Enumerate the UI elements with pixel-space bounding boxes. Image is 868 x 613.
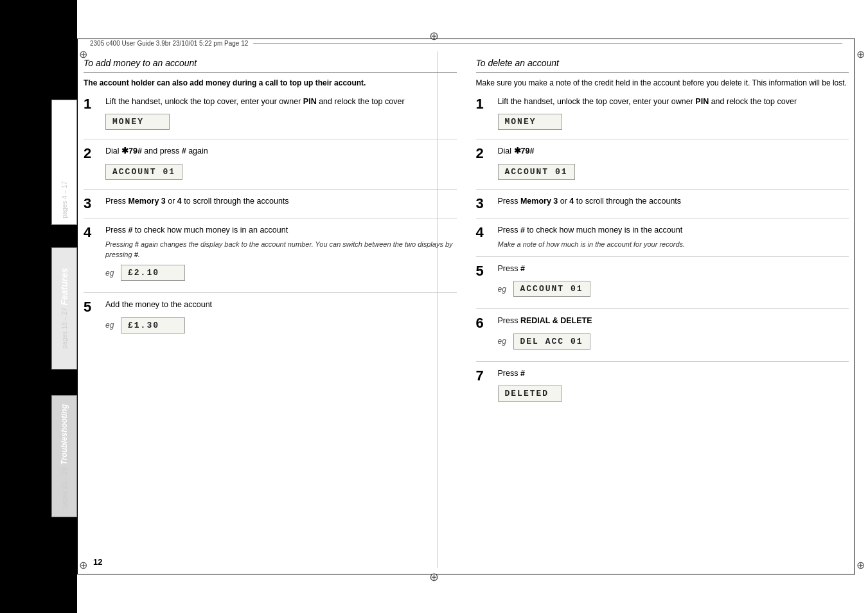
right-step-3-text: Press Memory 3 or 4 to scroll through th… — [498, 196, 849, 208]
right-step-2-num: 2 — [476, 146, 494, 161]
left-step-4-content: Press # to check how much money is in an… — [105, 225, 457, 286]
right-step-7-text: Press # — [498, 368, 849, 380]
left-step-2-display: ACCOUNT 01 — [105, 164, 182, 180]
left-step-3-content: Press Memory 3 or 4 to scroll through th… — [105, 196, 457, 211]
left-step-4-text: Press # to check how much money is in an… — [105, 225, 457, 236]
left-step-4: 4 Press # to check how much money is in … — [84, 225, 457, 293]
right-step-7-num: 7 — [476, 368, 494, 384]
right-step-5-text: Press # — [498, 263, 849, 275]
right-step-5-eg-label: eg — [498, 285, 509, 294]
left-step-5-eg-row: eg £1.30 — [105, 315, 457, 336]
left-step-4-note: Pressing # again changes the display bac… — [105, 240, 457, 260]
right-step-6-text: Press REDIAL & DELETE — [498, 315, 849, 327]
left-step-4-display: £2.10 — [121, 265, 185, 281]
right-step-4: 4 Press # to check how much money is in … — [476, 225, 849, 257]
calls-cash-label: Calls and cash — [58, 107, 70, 179]
right-intro: Make sure you make a note of the credit … — [476, 78, 849, 89]
right-step-5-display: ACCOUNT 01 — [513, 281, 590, 297]
right-step-3-num: 3 — [476, 196, 494, 211]
right-step-1-display: MONEY — [498, 114, 562, 130]
page-border-left — [77, 39, 78, 574]
left-step-4-eg-row: eg £2.10 — [105, 262, 457, 283]
crosshair-right-bottom-icon: ⊕ — [856, 559, 865, 571]
right-step-4-text: Press # to check how much money is in th… — [498, 225, 849, 236]
right-section-title: To delete an account — [476, 58, 849, 73]
left-step-2-num: 2 — [84, 146, 102, 161]
right-step-3: 3 Press Memory 3 or 4 to scroll through … — [476, 196, 849, 218]
right-step-1-text: Lift the handset, unlock the top cover, … — [498, 96, 849, 108]
right-column: To delete an account Make sure you make … — [476, 51, 849, 568]
right-step-5-content: Press # eg ACCOUNT 01 — [498, 263, 849, 303]
right-step-2-display: ACCOUNT 01 — [498, 164, 575, 180]
header-divider — [253, 43, 842, 44]
left-step-1: 1 Lift the handset, unlock the top cover… — [84, 96, 457, 140]
right-step-1-num: 1 — [476, 96, 494, 112]
right-step-1: 1 Lift the handset, unlock the top cover… — [476, 96, 849, 140]
left-step-5-num: 5 — [84, 299, 102, 315]
right-step-1-content: Lift the handset, unlock the top cover, … — [498, 96, 849, 133]
left-step-2: 2 Dial ✱79# and press # again ACCOUNT 01 — [84, 146, 457, 190]
left-step-3-num: 3 — [84, 196, 102, 211]
sidebar-tab-calls[interactable]: Calls and cash pages 4 – 17 — [51, 100, 77, 225]
right-step-6-content: Press REDIAL & DELETE eg DEL ACC 01 — [498, 315, 849, 355]
header-bar: 2305 c400 User Guide 3.9br 23/10/01 5:22… — [90, 40, 842, 47]
left-intro: The account holder can also add money du… — [84, 78, 457, 89]
left-step-5-content: Add the money to the account eg £1.30 — [105, 299, 457, 339]
right-step-5: 5 Press # eg ACCOUNT 01 — [476, 263, 849, 310]
main-content: To add money to an account The account h… — [84, 51, 849, 568]
right-step-2: 2 Dial ✱79# ACCOUNT 01 — [476, 146, 849, 190]
right-step-6-display: DEL ACC 01 — [513, 333, 590, 350]
right-step-7-content: Press # DELETED — [498, 368, 849, 405]
left-column: To add money to an account The account h… — [84, 51, 457, 568]
page-border-bottom — [77, 574, 855, 574]
right-step-7: 7 Press # DELETED — [476, 368, 849, 411]
page-border-right — [855, 39, 855, 574]
page-number: 12 — [93, 557, 102, 567]
sidebar-tab-features[interactable]: Features pages 18 – 27 — [51, 247, 77, 369]
features-pages: pages 18 – 27 — [61, 308, 68, 348]
right-step-5-eg-row: eg ACCOUNT 01 — [498, 278, 849, 299]
right-step-2-text: Dial ✱79# — [498, 146, 849, 157]
left-step-3-text: Press Memory 3 or 4 to scroll through th… — [105, 196, 457, 208]
left-step-4-num: 4 — [84, 225, 102, 240]
header-text: 2305 c400 User Guide 3.9br 23/10/01 5:22… — [90, 40, 248, 47]
right-step-4-num: 4 — [476, 225, 494, 240]
left-step-5: 5 Add the money to the account eg £1.30 — [84, 299, 457, 345]
calls-cash-pages: pages 4 – 17 — [61, 181, 68, 218]
left-step-1-text: Lift the handset, unlock the top cover, … — [105, 96, 457, 108]
left-step-3: 3 Press Memory 3 or 4 to scroll through … — [84, 196, 457, 218]
left-step-2-content: Dial ✱79# and press # again ACCOUNT 01 — [105, 146, 457, 182]
right-step-6-eg-label: eg — [498, 337, 509, 346]
features-label: Features — [59, 268, 69, 305]
right-step-3-content: Press Memory 3 or 4 to scroll through th… — [498, 196, 849, 211]
right-step-5-num: 5 — [476, 263, 494, 279]
troubleshooting-label: Troubleshooting — [60, 404, 69, 465]
crosshair-bottom-icon: ⊕ — [429, 570, 439, 584]
left-section-title: To add money to an account — [84, 58, 457, 73]
crosshair-right-top-icon: ⊕ — [856, 48, 865, 60]
left-step-5-text: Add the money to the account — [105, 299, 457, 311]
sidebar-tab-troubleshooting[interactable]: Troubleshooting pages 28 – 29 — [51, 395, 77, 517]
left-step-1-display: MONEY — [105, 114, 170, 130]
left-step-4-eg-label: eg — [105, 269, 117, 278]
left-step-1-content: Lift the handset, unlock the top cover, … — [105, 96, 457, 133]
left-step-1-num: 1 — [84, 96, 102, 112]
left-step-2-text: Dial ✱79# and press # again — [105, 146, 457, 157]
right-step-6: 6 Press REDIAL & DELETE eg DEL ACC 01 — [476, 315, 849, 362]
right-step-6-num: 6 — [476, 315, 494, 331]
troubleshooting-pages: pages 28 – 29 — [61, 468, 68, 508]
right-step-6-eg-row: eg DEL ACC 01 — [498, 331, 849, 352]
left-step-5-eg-label: eg — [105, 321, 117, 330]
right-step-4-note: Make a note of how much is in the accoun… — [498, 240, 849, 249]
right-step-2-content: Dial ✱79# ACCOUNT 01 — [498, 146, 849, 182]
page-border-top — [77, 39, 855, 39]
right-step-7-display: DELETED — [498, 386, 562, 402]
right-step-4-content: Press # to check how much money is in th… — [498, 225, 849, 250]
left-step-5-display: £1.30 — [121, 317, 185, 333]
